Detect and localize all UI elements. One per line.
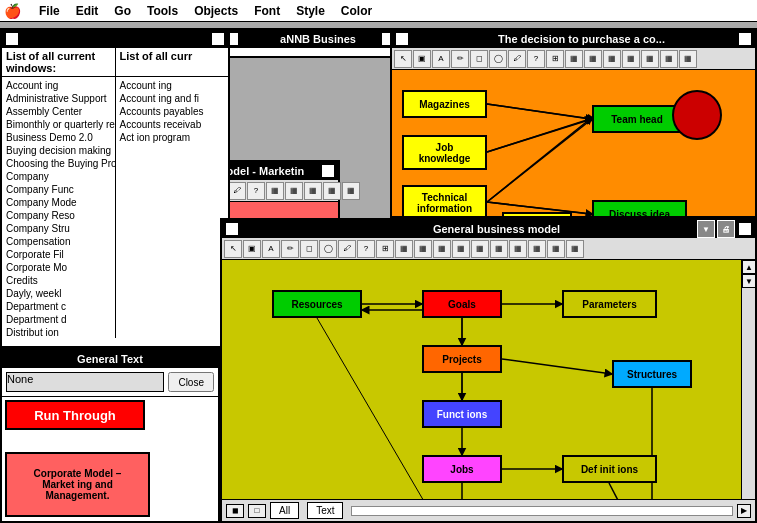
list-item[interactable]: Account ing xyxy=(116,79,229,92)
list-item[interactable]: Bimonthly or quarterly reports xyxy=(2,118,115,131)
list-item[interactable]: Company xyxy=(2,170,115,183)
tb-text[interactable]: A xyxy=(432,50,450,68)
list-item[interactable]: Corporate Mo xyxy=(2,261,115,274)
none-dropdown[interactable]: None xyxy=(6,372,164,392)
tb-help[interactable]: ? xyxy=(527,50,545,68)
decision-node-job-knowledge[interactable]: Job knowledge xyxy=(402,135,487,170)
tb-g2[interactable]: ▦ xyxy=(584,50,602,68)
tb-g2[interactable]: ▦ xyxy=(285,182,303,200)
general-node-definitions[interactable]: Def init ions xyxy=(562,455,657,483)
tb-pen[interactable]: 🖊 xyxy=(508,50,526,68)
menu-objects[interactable]: Objects xyxy=(186,2,246,20)
tb-pen[interactable]: 🖊 xyxy=(228,182,246,200)
tb-g5[interactable]: ▦ xyxy=(342,182,360,200)
list-item[interactable]: Dayly, weekl xyxy=(2,287,115,300)
tb-g3[interactable]: ▦ xyxy=(603,50,621,68)
list-item[interactable]: Administrative Support xyxy=(2,92,115,105)
zoom-icon[interactable] xyxy=(322,165,334,177)
zoom-icon[interactable] xyxy=(739,33,751,45)
list-item[interactable]: Distribut ion xyxy=(2,326,115,338)
decision-node-red-circle[interactable] xyxy=(672,90,722,140)
scroll-up[interactable]: ▲ xyxy=(742,260,756,274)
tb-g6[interactable]: ▦ xyxy=(490,240,508,258)
list-item[interactable]: Credits xyxy=(2,274,115,287)
decision-node-technical-info[interactable]: Technical information xyxy=(402,185,487,216)
tb-g6[interactable]: ▦ xyxy=(660,50,678,68)
tb-circle[interactable]: ◯ xyxy=(489,50,507,68)
run-through-button[interactable]: Run Through xyxy=(5,400,145,430)
tb-tab[interactable]: ⊞ xyxy=(376,240,394,258)
tb-print[interactable]: 🖨 xyxy=(717,220,735,238)
list-item[interactable]: Accounts payables xyxy=(116,105,229,118)
general-node-jobs[interactable]: Jobs xyxy=(422,455,502,483)
tb-g10[interactable]: ▦ xyxy=(566,240,584,258)
menu-color[interactable]: Color xyxy=(333,2,380,20)
menu-go[interactable]: Go xyxy=(106,2,139,20)
tb-pencil[interactable]: ✏ xyxy=(281,240,299,258)
status-all[interactable]: All xyxy=(270,502,299,519)
close-button[interactable]: Close xyxy=(168,372,214,392)
menu-font[interactable]: Font xyxy=(246,2,288,20)
tb-g3[interactable]: ▦ xyxy=(304,182,322,200)
scroll-right[interactable]: ▶ xyxy=(737,504,751,518)
tb-rect[interactable]: ◻ xyxy=(470,50,488,68)
tb-g4[interactable]: ▦ xyxy=(622,50,640,68)
tb-g4[interactable]: ▦ xyxy=(323,182,341,200)
zoom-icon[interactable] xyxy=(212,33,224,45)
tb-box[interactable]: ▣ xyxy=(243,240,261,258)
decision-node-supported[interactable]: Supported xyxy=(502,212,572,216)
list-item[interactable]: Department d xyxy=(2,313,115,326)
close-icon[interactable] xyxy=(396,33,408,45)
tb-text[interactable]: A xyxy=(262,240,280,258)
tb-g5[interactable]: ▦ xyxy=(471,240,489,258)
general-node-parameters[interactable]: Parameters xyxy=(562,290,657,318)
general-node-projects[interactable]: Projects xyxy=(422,345,502,373)
decision-node-team-head[interactable]: Team head xyxy=(592,105,682,133)
tb-arrow[interactable]: ↖ xyxy=(224,240,242,258)
menu-style[interactable]: Style xyxy=(288,2,333,20)
tb-g9[interactable]: ▦ xyxy=(547,240,565,258)
scrollbar-vertical[interactable]: ▲ ▼ xyxy=(741,260,755,499)
list-item[interactable]: Company Reso xyxy=(2,209,115,222)
tb-g1[interactable]: ▦ xyxy=(266,182,284,200)
menu-edit[interactable]: Edit xyxy=(68,2,107,20)
tb-funnel[interactable]: ▼ xyxy=(697,220,715,238)
scroll-down[interactable]: ▼ xyxy=(742,274,756,288)
tb-g7[interactable]: ▦ xyxy=(679,50,697,68)
tb-help[interactable]: ? xyxy=(357,240,375,258)
tb-g5[interactable]: ▦ xyxy=(641,50,659,68)
general-node-structures[interactable]: Structures xyxy=(612,360,692,388)
list-item[interactable]: Corporate Fil xyxy=(2,248,115,261)
list-item[interactable]: Act ion program xyxy=(116,131,229,144)
tb-g1[interactable]: ▦ xyxy=(395,240,413,258)
tb-circle[interactable]: ◯ xyxy=(319,240,337,258)
tb-g3[interactable]: ▦ xyxy=(433,240,451,258)
tb-arrow[interactable]: ↖ xyxy=(394,50,412,68)
tb-g8[interactable]: ▦ xyxy=(528,240,546,258)
list-item[interactable]: Company Stru xyxy=(2,222,115,235)
close-icon[interactable] xyxy=(6,33,18,45)
tb-g4[interactable]: ▦ xyxy=(452,240,470,258)
tb-g2[interactable]: ▦ xyxy=(414,240,432,258)
tb-pen[interactable]: 🖊 xyxy=(338,240,356,258)
list-item[interactable]: Department c xyxy=(2,300,115,313)
tb-rect[interactable]: ◻ xyxy=(300,240,318,258)
menu-tools[interactable]: Tools xyxy=(139,2,186,20)
apple-menu[interactable]: 🍎 xyxy=(4,3,21,19)
tb-pencil[interactable]: ✏ xyxy=(451,50,469,68)
status-text[interactable]: Text xyxy=(307,502,343,519)
general-node-functions[interactable]: Funct ions xyxy=(422,400,502,428)
tb-tab[interactable]: ⊞ xyxy=(546,50,564,68)
list-item[interactable]: Account ing xyxy=(2,79,115,92)
list-item[interactable]: Accounts receivab xyxy=(116,118,229,131)
scroll-h-track[interactable] xyxy=(351,506,733,516)
status-icon2[interactable]: □ xyxy=(248,504,266,518)
tb-help[interactable]: ? xyxy=(247,182,265,200)
decision-node-magazines[interactable]: Magazines xyxy=(402,90,487,118)
status-icon[interactable]: ◼ xyxy=(226,504,244,518)
list-item[interactable]: Business Demo 2.0 xyxy=(2,131,115,144)
list-item[interactable]: Company Func xyxy=(2,183,115,196)
tb-g7[interactable]: ▦ xyxy=(509,240,527,258)
tb-box[interactable]: ▣ xyxy=(413,50,431,68)
list-item[interactable]: Assembly Center xyxy=(2,105,115,118)
